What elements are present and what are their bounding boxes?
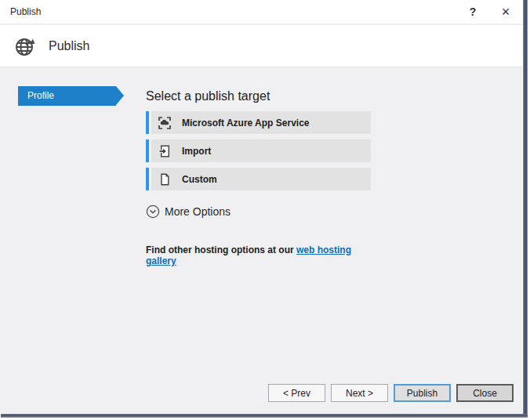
- main-content: Select a publish target: [146, 88, 381, 266]
- hosting-options-text: Find other hosting options at our: [146, 244, 296, 255]
- publish-target-list: Microsoft Azure App Service Import: [146, 111, 381, 190]
- chevron-down-circle-icon: [146, 205, 160, 219]
- tab-arrow-shape: [116, 86, 124, 105]
- help-icon: ?: [470, 5, 477, 18]
- target-label: Microsoft Azure App Service: [182, 118, 309, 129]
- target-azure-app-service-button[interactable]: Microsoft Azure App Service: [146, 111, 371, 134]
- target-label: Custom: [182, 174, 217, 185]
- window-border-bottom: [1, 414, 528, 418]
- more-options-toggle[interactable]: More Options: [146, 205, 248, 219]
- import-arrow-icon: [158, 145, 171, 158]
- help-button[interactable]: ?: [459, 0, 486, 24]
- target-label: Import: [182, 146, 211, 157]
- screenshot-root: Publish ? × Publish: [0, 0, 530, 420]
- dialog-header: Publish: [0, 25, 522, 67]
- hosting-options-line: Find other hosting options at our web ho…: [146, 244, 381, 266]
- publish-button[interactable]: Publish: [394, 384, 451, 402]
- target-panel: Custom: [151, 168, 371, 190]
- prev-button[interactable]: < Prev: [268, 384, 325, 402]
- accent-bar: [146, 139, 149, 162]
- close-icon: ×: [502, 4, 510, 20]
- azure-app-service-icon: [158, 117, 171, 129]
- close-dialog-button[interactable]: Close: [456, 384, 514, 402]
- titlebar: Publish ? ×: [0, 0, 522, 24]
- more-options-label: More Options: [165, 205, 231, 218]
- section-heading: Select a publish target: [146, 88, 381, 104]
- blank-document-icon: [158, 173, 171, 186]
- publish-globe-icon: [14, 35, 36, 57]
- target-panel: Import: [151, 139, 371, 162]
- accent-bar: [146, 168, 149, 190]
- target-panel: Microsoft Azure App Service: [151, 111, 371, 134]
- target-import-button[interactable]: Import: [146, 139, 371, 162]
- accent-bar: [146, 111, 149, 134]
- sidebar-item-profile[interactable]: Profile: [18, 86, 116, 106]
- page-title: Publish: [49, 25, 89, 67]
- window-border-right: [523, 0, 528, 418]
- dialog-footer: < Prev Next > Publish Close: [268, 384, 514, 402]
- close-button[interactable]: ×: [492, 0, 519, 24]
- window-title: Publish: [10, 0, 41, 24]
- publish-dialog: Publish ? × Publish: [0, 0, 522, 413]
- target-custom-button[interactable]: Custom: [146, 168, 371, 190]
- sidebar-item-label: Profile: [27, 90, 54, 101]
- next-button[interactable]: Next >: [331, 384, 388, 402]
